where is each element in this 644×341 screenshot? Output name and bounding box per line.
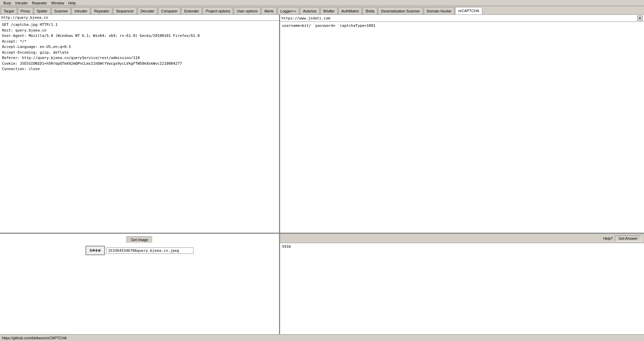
tab-repeater[interactable]: Repeater xyxy=(91,7,112,14)
right-panel: https://www.jsdati.com ▼ username=bit/ `… xyxy=(280,15,644,334)
right-bottom: Help? Get Answer xyxy=(280,234,644,334)
right-url-text: https://www.jsdati.com xyxy=(281,16,637,20)
tab-proxy[interactable]: Proxy xyxy=(18,7,33,14)
dropdown-icon: ▼ xyxy=(639,17,641,20)
answer-input[interactable] xyxy=(280,243,644,334)
right-url-bar: https://www.jsdati.com ▼ xyxy=(280,15,644,22)
status-text: https://github.com/bit4woo/reCAPTCHA xyxy=(2,336,67,340)
request-text[interactable]: GET /captcha.jpg HTTP/1.1 Host: query.bj… xyxy=(0,21,279,233)
tab-alerts[interactable]: Alerts xyxy=(261,7,277,14)
left-url-bar: http://query.bjeea.cn xyxy=(0,15,279,21)
tab-sequencer[interactable]: Sequencer xyxy=(113,7,137,14)
tab-target[interactable]: Target xyxy=(1,7,17,14)
tab-scanner[interactable]: Scanner xyxy=(51,7,71,14)
answer-toolbar: Help? Get Answer xyxy=(280,234,644,243)
tab-bar: TargetProxySpiderScannerIntruderRepeater… xyxy=(0,6,644,15)
tab-brida[interactable]: Brida xyxy=(363,7,377,14)
tab-spider[interactable]: Spider xyxy=(34,7,51,14)
captcha-area: Get Image 5916 xyxy=(0,234,279,334)
menu-repeater[interactable]: Repeater xyxy=(30,1,49,5)
tab-authmatrix[interactable]: AuthMatrix xyxy=(338,7,362,14)
help-label: Help? xyxy=(603,236,613,240)
status-bar: https://github.com/bit4woo/reCAPTCHA xyxy=(0,334,644,341)
tab-logger++[interactable]: Logger++ xyxy=(277,7,299,14)
tab-extender[interactable]: Extender xyxy=(181,7,202,14)
menu-burp[interactable]: Burp xyxy=(1,1,13,5)
captcha-display-text: 5916 xyxy=(90,248,101,253)
get-answer-button[interactable]: Get Answer xyxy=(615,235,641,241)
captcha-image: 5916 xyxy=(86,246,105,255)
tab-decoder[interactable]: Decoder xyxy=(138,7,158,14)
tab-project-options[interactable]: Project options xyxy=(203,7,233,14)
right-params: username=bit/ `password= `captchaType=10… xyxy=(280,22,644,233)
tab-intruder[interactable]: Intruder xyxy=(71,7,90,14)
tab-comparer[interactable]: Comparer xyxy=(158,7,180,14)
menu-bar: Burp Intruder Repeater Window Help xyxy=(0,0,644,6)
tab-autorize[interactable]: Autorize xyxy=(300,7,319,14)
menu-help[interactable]: Help xyxy=(66,1,78,5)
menu-intruder[interactable]: Intruder xyxy=(13,1,30,5)
left-panel: http://query.bjeea.cn GET /captcha.jpg H… xyxy=(0,15,280,334)
right-top: https://www.jsdati.com ▼ username=bit/ `… xyxy=(280,15,644,234)
menu-window[interactable]: Window xyxy=(49,1,66,5)
tab-domain-hunter[interactable]: Domain Hunter xyxy=(424,7,454,14)
captcha-row: 5916 xyxy=(86,246,194,255)
tab-user-options[interactable]: User options xyxy=(234,7,261,14)
dropdown-button[interactable]: ▼ xyxy=(637,15,643,21)
tab-deserialization-scanner[interactable]: Deserialization Scanner xyxy=(378,7,423,14)
tab-recaptcha[interactable]: reCAPTCHA xyxy=(455,7,482,14)
tab-wsdler[interactable]: Wsdler xyxy=(320,7,338,14)
left-url-text: http://query.bjeea.cn xyxy=(1,15,48,20)
request-area: http://query.bjeea.cn GET /captcha.jpg H… xyxy=(0,15,279,234)
captcha-filename-input[interactable] xyxy=(106,247,194,254)
right-params-text: username=bit/ `password= `captchaType=10… xyxy=(282,23,375,28)
get-image-button[interactable]: Get Image xyxy=(126,236,152,243)
main-content: http://query.bjeea.cn GET /captcha.jpg H… xyxy=(0,15,644,334)
